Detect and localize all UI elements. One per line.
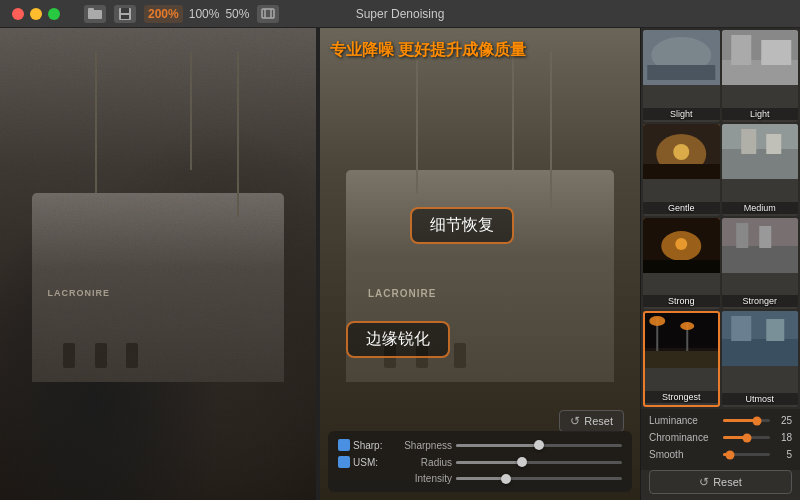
preset-label-stronger: Stronger: [722, 295, 799, 307]
radius-fill: [456, 461, 522, 464]
original-image-panel: LACRONIRE: [0, 28, 316, 500]
original-boat-scene: LACRONIRE: [0, 28, 316, 500]
preset-medium[interactable]: Medium: [722, 124, 799, 216]
svg-rect-22: [766, 134, 781, 154]
preset-thumb-stronger: [722, 218, 799, 273]
sharpness-slider-container: Sharpness: [397, 440, 622, 451]
zoom-100[interactable]: 100%: [189, 7, 220, 21]
preset-label-slight: Slight: [643, 108, 720, 120]
sharpness-row: Sharp: Sharpness: [338, 439, 622, 451]
fit-button[interactable]: [257, 5, 279, 23]
usm-checkbox[interactable]: [338, 456, 350, 468]
chrominance-thumb[interactable]: [743, 433, 752, 442]
heading-overlay: 专业降噪 更好提升成像质量: [330, 40, 630, 61]
sharpness-thumb[interactable]: [534, 440, 544, 450]
svg-rect-14: [761, 40, 791, 65]
preset-thumb-medium: [722, 124, 799, 179]
svg-rect-0: [88, 10, 102, 19]
sharp-checkbox[interactable]: [338, 439, 350, 451]
svg-point-34: [649, 316, 665, 326]
preset-label-medium: Medium: [722, 202, 799, 214]
preset-strong[interactable]: Strong: [643, 218, 720, 310]
svg-rect-18: [643, 164, 720, 179]
svg-point-36: [680, 322, 694, 330]
svg-rect-5: [262, 9, 274, 18]
preset-thumb-strongest: [645, 313, 718, 368]
edge-annotation: 边缘锐化: [346, 321, 450, 358]
luminance-label: Luminance: [649, 415, 719, 426]
traffic-lights: [12, 8, 60, 20]
svg-rect-4: [121, 15, 129, 19]
zoom-200[interactable]: 200%: [144, 5, 183, 23]
sharpness-fill: [456, 444, 539, 447]
svg-rect-13: [731, 35, 751, 65]
preset-strongest[interactable]: Strongest: [643, 311, 720, 407]
preset-thumb-gentle: [643, 124, 720, 179]
svg-rect-3: [121, 8, 129, 13]
preset-stronger[interactable]: Stronger: [722, 218, 799, 310]
preset-thumb-strong: [643, 218, 720, 273]
save-button[interactable]: [114, 5, 136, 23]
intensity-thumb[interactable]: [501, 474, 511, 484]
luminance-thumb[interactable]: [752, 416, 761, 425]
preset-gentle[interactable]: Gentle: [643, 124, 720, 216]
reset-icon-right: ↺: [699, 475, 709, 489]
preset-label-light: Light: [722, 108, 799, 120]
boat-text-center: LACRONIRE: [368, 288, 436, 299]
luminance-slider[interactable]: [723, 419, 770, 422]
preset-slight[interactable]: Slight: [643, 30, 720, 122]
svg-rect-28: [722, 246, 799, 273]
center-person-3: [454, 343, 466, 368]
reset-button-center[interactable]: ↺ Reset: [559, 410, 624, 432]
smooth-label: Smooth: [649, 449, 719, 460]
processed-image-panel: LACRONIRE 专业降噪 更好提升成像质量 细节恢复 边缘锐化 ↺ Rese…: [320, 28, 640, 500]
toolbar-controls: 200% 100% 50%: [84, 5, 279, 23]
center-mast-3: [550, 52, 552, 217]
svg-rect-41: [766, 319, 784, 341]
sharpness-slider[interactable]: [456, 444, 622, 447]
reset-icon-center: ↺: [570, 414, 580, 428]
svg-rect-26: [643, 260, 720, 273]
preset-thumb-slight: [643, 30, 720, 85]
preset-utmost[interactable]: Utmost: [722, 311, 799, 407]
intensity-row: Intensity: [338, 473, 622, 484]
svg-rect-21: [741, 129, 756, 154]
intensity-slider[interactable]: [456, 477, 622, 480]
smooth-slider[interactable]: [723, 453, 770, 456]
luminance-value: 25: [774, 415, 792, 426]
zoom-50[interactable]: 50%: [225, 7, 249, 21]
usm-checkbox-label: USM:: [338, 456, 393, 468]
preset-thumb-light: [722, 30, 799, 85]
luminance-row: Luminance 25: [649, 415, 792, 426]
chrominance-label: Chrominance: [649, 432, 719, 443]
radius-thumb[interactable]: [517, 457, 527, 467]
smooth-thumb[interactable]: [726, 450, 735, 459]
radius-slider-container: Radius: [397, 457, 622, 468]
reset-button-right[interactable]: ↺ Reset: [649, 470, 792, 494]
svg-rect-10: [647, 65, 715, 80]
titlebar: 200% 100% 50% Super Denoising: [0, 0, 800, 28]
sharpness-controls: Sharp: Sharpness USM: Radius: [328, 431, 632, 492]
svg-rect-40: [731, 316, 751, 341]
presets-grid: Slight Light: [641, 28, 800, 409]
preset-light[interactable]: Light: [722, 30, 799, 122]
main-content: LACRONIRE LACRONIRE 专业降噪 更好提升成像质量 细节恢复 边…: [0, 28, 800, 500]
chrominance-slider[interactable]: [723, 436, 770, 439]
svg-rect-37: [645, 351, 718, 368]
fullscreen-button[interactable]: [48, 8, 60, 20]
right-panel: Slight Light: [640, 28, 800, 500]
radius-slider[interactable]: [456, 461, 622, 464]
reset-label-right: Reset: [713, 476, 742, 488]
intensity-fill: [456, 477, 506, 480]
svg-rect-39: [722, 339, 799, 366]
folder-button[interactable]: [84, 5, 106, 23]
sharp-checkbox-label: Sharp:: [338, 439, 393, 451]
noise-texture: [0, 28, 316, 500]
toolbar-left: 200% 100% 50%: [12, 5, 279, 23]
intensity-slider-container: Intensity: [397, 473, 622, 484]
window-title: Super Denoising: [356, 7, 445, 21]
minimize-button[interactable]: [30, 8, 42, 20]
close-button[interactable]: [12, 8, 24, 20]
svg-rect-20: [722, 149, 799, 179]
svg-rect-30: [759, 226, 771, 248]
